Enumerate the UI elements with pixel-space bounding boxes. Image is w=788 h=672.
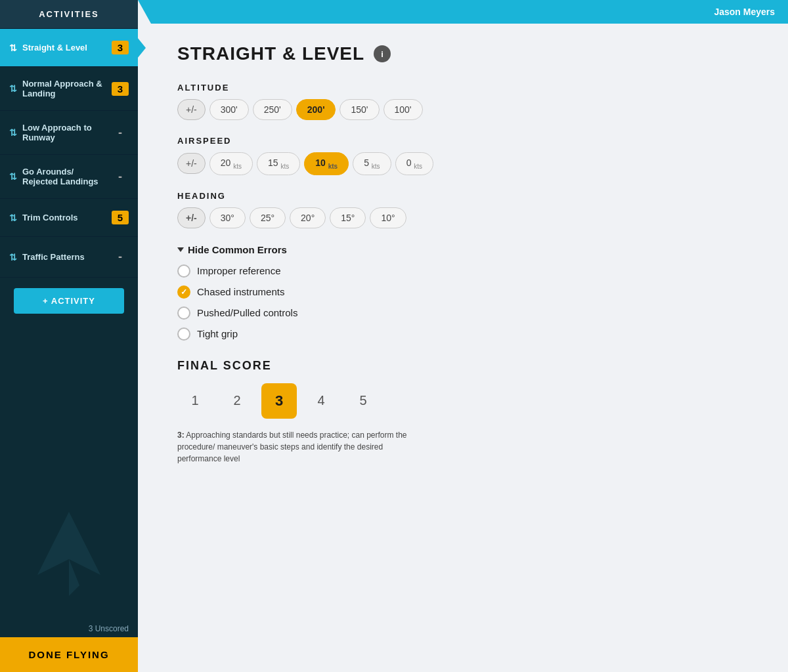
content-area: STRAIGHT & LEVEL i ALTITUDE +/- 300' 250… <box>138 24 788 672</box>
airspeed-20[interactable]: 20 kts <box>209 152 253 175</box>
altitude-plus-minus[interactable]: +/- <box>177 99 206 120</box>
heading-pills: +/- 30° 25° 20° 15° 10° <box>177 207 755 228</box>
main-content: Jason Meyers STRAIGHT & LEVEL i ALTITUDE… <box>138 0 788 672</box>
triangle-down-icon <box>177 247 184 252</box>
altitude-300[interactable]: 300' <box>209 99 249 120</box>
sidebar-item-left: ⇅ Normal Approach & Landing <box>9 79 112 98</box>
active-arrow <box>137 37 146 58</box>
sidebar-item-badge: 3 <box>112 82 129 96</box>
heading-plus-minus[interactable]: +/- <box>177 207 206 228</box>
heading-10[interactable]: 10° <box>370 207 406 228</box>
altitude-150[interactable]: 150' <box>339 99 379 120</box>
sidebar-item-label: Trim Controls <box>22 213 78 222</box>
heading-section: HEADING +/- 30° 25° 20° 15° 10° <box>177 191 755 228</box>
sidebar-item-straight-level[interactable]: ⇅ Straight & Level 3 <box>0 29 138 67</box>
sidebar-item-left: ⇅ Traffic Patterns <box>9 252 112 262</box>
airspeed-10[interactable]: 10 kts <box>304 152 349 175</box>
airspeed-pills: +/- 20 kts 15 kts 10 kts 5 kts 0 kts <box>177 152 755 175</box>
done-flying-button[interactable]: DONE FLYING <box>0 637 138 672</box>
radio-tight-grip[interactable] <box>177 327 190 341</box>
airspeed-15[interactable]: 15 kts <box>257 152 300 175</box>
reorder-icon: ⇅ <box>9 83 17 94</box>
score-row: 1 2 3 4 5 <box>177 383 755 419</box>
sidebar-item-badge: - <box>112 125 129 141</box>
airspeed-0[interactable]: 0 kts <box>395 152 433 175</box>
sidebar-item-label: Traffic Patterns <box>22 252 85 262</box>
heading-label: HEADING <box>177 191 755 201</box>
sidebar-item-label: Normal Approach & Landing <box>22 79 112 98</box>
heading-15[interactable]: 15° <box>330 207 366 228</box>
sidebar-item-traffic-patterns[interactable]: ⇅ Traffic Patterns - <box>0 237 138 278</box>
altitude-section: ALTITUDE +/- 300' 250' 200' 150' 100' <box>177 83 755 120</box>
score-description-prefix: 3: <box>177 430 185 440</box>
sidebar-item-low-approach[interactable]: ⇅ Low Approach to Runway - <box>0 111 138 155</box>
score-button-4[interactable]: 4 <box>303 383 339 419</box>
sidebar-item-trim-controls[interactable]: ⇅ Trim Controls 5 <box>0 199 138 237</box>
sidebar-items: ⇅ Straight & Level 3 ⇅ Normal Approach &… <box>0 29 138 278</box>
sidebar-item-badge: 5 <box>112 211 129 224</box>
sidebar-item-left: ⇅ Trim Controls <box>9 213 112 223</box>
radio-chased-instruments[interactable] <box>177 285 190 299</box>
sidebar-item-badge: 3 <box>112 41 129 54</box>
altitude-250[interactable]: 250' <box>253 99 292 120</box>
heading-20[interactable]: 20° <box>290 207 326 228</box>
error-label-chased-instruments: Chased instruments <box>197 286 284 297</box>
airspeed-plus-minus[interactable]: +/- <box>177 153 206 174</box>
sidebar-item-badge: - <box>112 169 129 185</box>
user-name: Jason Meyers <box>714 7 775 17</box>
final-score-title: FINAL SCORE <box>177 359 755 373</box>
error-item-improper-reference: Improper reference <box>177 264 755 278</box>
final-score-section: FINAL SCORE 1 2 3 4 5 3: Approaching sta… <box>177 359 755 465</box>
plane-watermark-icon <box>16 501 121 606</box>
activity-title-row: STRAIGHT & LEVEL i <box>177 43 755 64</box>
activity-title: STRAIGHT & LEVEL <box>177 43 364 64</box>
watermark <box>0 501 138 606</box>
sidebar-footer: 3 Unscored DONE FLYING <box>0 620 138 672</box>
airspeed-section: AIRSPEED +/- 20 kts 15 kts 10 kts 5 kts … <box>177 136 755 175</box>
sidebar-title: ACTIVITIES <box>39 9 99 19</box>
altitude-200[interactable]: 200' <box>296 99 336 120</box>
heading-30[interactable]: 30° <box>209 207 246 228</box>
unscored-label: 3 Unscored <box>0 620 138 637</box>
airspeed-5[interactable]: 5 kts <box>353 152 391 175</box>
sidebar-item-label: Straight & Level <box>22 43 87 52</box>
sidebar-item-normal-approach[interactable]: ⇅ Normal Approach & Landing 3 <box>0 67 138 111</box>
common-errors-section: Hide Common Errors Improper reference Ch… <box>177 244 755 341</box>
info-icon[interactable]: i <box>374 45 391 62</box>
sidebar-item-left: ⇅ Go Arounds/ Rejected Landings <box>9 167 112 186</box>
error-item-chased-instruments: Chased instruments <box>177 285 755 299</box>
sidebar-item-left: ⇅ Low Approach to Runway <box>9 123 112 142</box>
altitude-pills: +/- 300' 250' 200' 150' 100' <box>177 99 755 120</box>
score-button-1[interactable]: 1 <box>177 383 213 419</box>
sidebar-item-left: ⇅ Straight & Level <box>9 43 112 53</box>
hide-errors-label: Hide Common Errors <box>188 244 287 255</box>
sidebar: ACTIVITIES ⇅ Straight & Level 3 ⇅ Normal… <box>0 0 138 672</box>
reorder-icon: ⇅ <box>9 213 17 223</box>
score-button-5[interactable]: 5 <box>345 383 381 419</box>
score-button-2[interactable]: 2 <box>219 383 255 419</box>
sidebar-header: ACTIVITIES <box>0 0 138 29</box>
error-item-pushed-pulled: Pushed/Pulled controls <box>177 306 755 320</box>
reorder-icon: ⇅ <box>9 127 17 138</box>
altitude-100[interactable]: 100' <box>383 99 423 120</box>
main-header: Jason Meyers <box>138 0 788 24</box>
heading-25[interactable]: 25° <box>250 207 286 228</box>
reorder-icon: ⇅ <box>9 43 17 53</box>
score-description: 3: Approaching standards but still needs… <box>177 429 427 465</box>
reorder-icon: ⇅ <box>9 252 17 262</box>
reorder-icon: ⇅ <box>9 171 17 182</box>
altitude-label: ALTITUDE <box>177 83 755 93</box>
score-button-3[interactable]: 3 <box>261 383 297 419</box>
score-description-text: Approaching standards but still needs pr… <box>177 430 407 463</box>
hide-errors-toggle[interactable]: Hide Common Errors <box>177 244 755 255</box>
radio-improper-reference[interactable] <box>177 264 190 278</box>
airspeed-label: AIRSPEED <box>177 136 755 146</box>
error-label-improper-reference: Improper reference <box>197 265 281 276</box>
add-activity-button[interactable]: + ACTIVITY <box>14 288 124 314</box>
radio-pushed-pulled[interactable] <box>177 306 190 320</box>
error-item-tight-grip: Tight grip <box>177 327 755 341</box>
sidebar-item-label: Go Arounds/ Rejected Landings <box>22 167 112 186</box>
sidebar-item-go-arounds[interactable]: ⇅ Go Arounds/ Rejected Landings - <box>0 155 138 199</box>
error-label-pushed-pulled: Pushed/Pulled controls <box>197 307 297 318</box>
sidebar-item-badge: - <box>112 249 129 265</box>
